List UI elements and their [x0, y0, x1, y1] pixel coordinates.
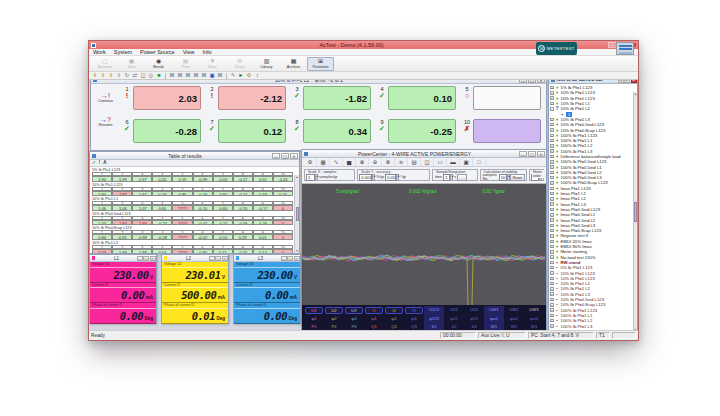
pause-icon[interactable]: ▭ [434, 158, 447, 166]
meter-minimize-button[interactable]: — [209, 256, 215, 261]
print-button[interactable]: ▤Print [172, 57, 199, 71]
tree-expand-box[interactable]: + [550, 287, 554, 291]
stability-reset-button[interactable]: Reset [510, 174, 525, 181]
meter-title-bar[interactable]: L3—▢✕ [234, 255, 300, 262]
meter-maximize-button[interactable]: ▢ [287, 256, 293, 261]
scale-y-angle-spinner[interactable]: ▴▾ [396, 174, 399, 181]
tree-expand-box[interactable]: + [550, 123, 554, 127]
tree-expand-box[interactable]: + [550, 181, 554, 185]
eye-icon[interactable]: ◎ [147, 72, 155, 79]
tree-expand-box[interactable]: + [550, 91, 554, 95]
position-value-display[interactable]: -1.82 [303, 86, 371, 110]
stop-icon[interactable]: ▬ [447, 158, 460, 166]
cursor-icon[interactable]: ► [237, 72, 245, 79]
harmonics-icon[interactable]: ≋ [395, 158, 408, 166]
tree-expand-box[interactable]: + [550, 160, 554, 164]
copy-icon[interactable]: □ [473, 158, 486, 166]
power-x-icon[interactable]: ☒ [184, 72, 192, 79]
meter-maximize-button[interactable]: ▢ [143, 256, 149, 261]
tree-expand-box[interactable]: + [550, 250, 554, 254]
results-minimize-button[interactable]: — [272, 153, 280, 159]
tree-expand-box[interactable]: + [550, 171, 554, 175]
channel-I1[interactable]: I1 [365, 307, 383, 314]
tree-expand-box[interactable]: + [550, 229, 554, 233]
channel-2[interactable]: ψ2 [384, 315, 404, 324]
position-value-display[interactable] [473, 86, 541, 110]
tree-expand-box[interactable]: + [550, 102, 554, 106]
rotate-icon[interactable]: ↻ [123, 72, 131, 79]
tree-expand-box[interactable]: + [550, 308, 554, 312]
network-icon[interactable]: ◫ [139, 72, 147, 79]
channel-U123[interactable]: U123 [424, 306, 444, 315]
tree-expand-box[interactable]: + [550, 224, 554, 228]
powercenter-graph[interactable]: 5 smp/grad0.002 %/grad0.02 °/grad [302, 184, 546, 305]
menu-view[interactable]: View [179, 49, 199, 56]
send-button[interactable]: ✉Send [226, 57, 253, 71]
continue-button[interactable]: →! Continue [93, 86, 118, 108]
tree-expand-box[interactable]: + [550, 192, 554, 196]
wrench-icon[interactable]: ⚙ [245, 72, 253, 79]
test-panel-prev-button[interactable]: ◂ [618, 80, 624, 83]
positions-button[interactable]: ⊞Positions [307, 57, 334, 71]
channel-1[interactable]: φ1 [304, 315, 324, 324]
test-panel-next-button[interactable]: ▸ [624, 80, 630, 83]
position-value-display[interactable] [473, 119, 541, 143]
channel-UW3[interactable]: UW3 [524, 306, 544, 315]
results-scrollbar[interactable]: ▲▼ [294, 175, 299, 253]
channel-U12[interactable]: U12 [444, 306, 464, 315]
run-led-icon[interactable]: ■ [155, 72, 163, 79]
screen-icon[interactable]: ▣ [460, 158, 473, 166]
channel-2[interactable]: φ2 [324, 315, 344, 324]
tree-expand-box[interactable]: + [550, 266, 554, 270]
exclaim-icon[interactable]: ! [99, 160, 101, 166]
channel-U1[interactable]: U1 [305, 307, 323, 314]
tools-icon[interactable]: ⚙ [304, 158, 317, 166]
table-icon[interactable]: ▤ [408, 158, 421, 166]
channel-3[interactable]: φ3 [344, 315, 364, 324]
channel-I3[interactable]: I3 [405, 307, 423, 314]
test-tree-scroll-thumb[interactable] [634, 202, 637, 222]
position-value-display[interactable]: -2.12 [218, 86, 286, 110]
meter-close-button[interactable]: ✕ [150, 256, 156, 261]
results-maximize-button[interactable]: ▢ [281, 153, 289, 159]
tree-expand-box[interactable]: + [550, 277, 554, 281]
tree-expand-box[interactable]: + [550, 234, 554, 238]
meter-minimize-button[interactable]: — [137, 256, 143, 261]
tree-expand-box[interactable]: + [550, 314, 554, 318]
tree-expand-box[interactable]: + [550, 271, 554, 275]
scale-y-accuracy-input[interactable]: 0.001 [359, 174, 372, 181]
menu-power-source[interactable]: Power Source [136, 49, 179, 56]
menu-work[interactable]: Work [89, 49, 110, 56]
position-value-display[interactable]: 2.03 [133, 86, 201, 110]
test-panel-close-button[interactable]: ✕ [631, 80, 637, 83]
tree-expand-box[interactable]: + [550, 96, 554, 100]
tree-expand-box[interactable]: + [550, 213, 554, 217]
coil-4-icon[interactable]: ¢ [115, 72, 123, 79]
integration-time-input[interactable]: 1 [443, 174, 450, 181]
meter-title-bar[interactable]: L1—▢✕ [90, 255, 156, 262]
power-source-icon[interactable] [616, 42, 634, 55]
tree-expand-box[interactable]: + [550, 144, 554, 148]
channel-13[interactable]: φ13 [464, 315, 484, 324]
results-close-button[interactable]: ✕ [290, 153, 298, 159]
channel-U2[interactable]: U2 [325, 307, 343, 314]
scale-y-accuracy-spinner[interactable]: ▴▾ [372, 174, 375, 181]
tree-expand-box[interactable]: + [550, 218, 554, 222]
powercenter-close-button[interactable]: ✕ [537, 151, 545, 157]
tree-expand-box[interactable]: + [550, 118, 554, 122]
position-value-display[interactable]: 0.34 [303, 119, 371, 143]
position-value-display[interactable]: 0.12 [218, 119, 286, 143]
integration-presets-button[interactable] [457, 174, 467, 181]
scale-x-spinner[interactable]: ▴▾ [315, 174, 318, 181]
start-button[interactable]: ▣Start [118, 57, 145, 71]
test-tree-scrollbar[interactable]: ▲▼ [633, 92, 638, 332]
tree-expand-box[interactable]: + [550, 165, 554, 169]
sync-icon[interactable]: ⇄ [131, 72, 139, 79]
channel-U13[interactable]: U13 [464, 306, 484, 315]
phasor-u-icon[interactable]: ⊕ [356, 158, 369, 166]
position-value-display[interactable]: 0.10 [388, 86, 456, 110]
break-button[interactable]: ◉Break [145, 57, 172, 71]
channel-123[interactable]: φ123 [424, 315, 444, 324]
phasor-ui-icon[interactable]: ⊗ [382, 158, 395, 166]
tree-expand-box[interactable]: - [550, 107, 554, 111]
